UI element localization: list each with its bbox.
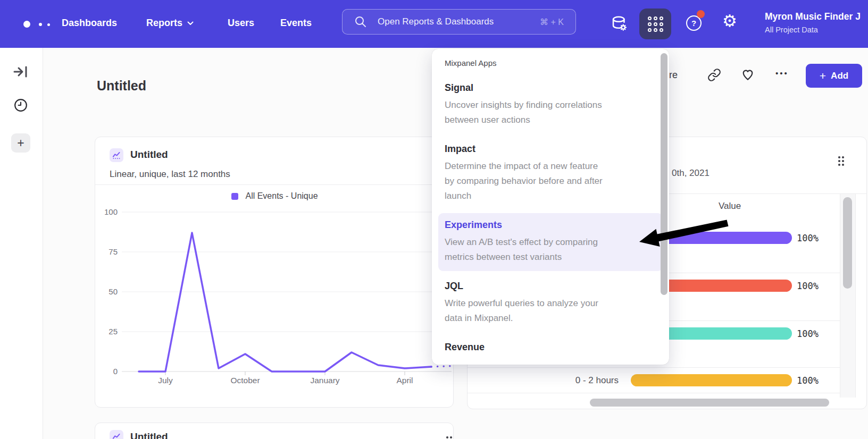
x-axis-tick-label: July — [158, 376, 173, 385]
nav-item-dashboards[interactable]: Dashboards — [62, 18, 117, 29]
nav-item-label: Users — [228, 18, 254, 29]
user-name: Myron Music Finder J — [765, 11, 861, 22]
nav-item-reports[interactable]: Reports — [146, 18, 194, 29]
add-button-label: Add — [831, 71, 848, 81]
value-percentage: 100% — [797, 328, 819, 339]
page-title[interactable]: Untitled — [97, 78, 146, 94]
menu-item-description: data in Mixpanel. — [445, 311, 656, 326]
menu-item-signal[interactable]: SignalUncover insights by finding correl… — [445, 82, 656, 128]
nav-item-users[interactable]: Users — [228, 18, 254, 29]
menu-item-title: Impact — [445, 143, 656, 155]
card-title[interactable]: Untitled — [130, 149, 168, 161]
search-input[interactable] — [377, 16, 540, 28]
drag-handle-icon[interactable] — [446, 436, 452, 439]
y-axis-tick-label: 25 — [108, 327, 118, 336]
divider — [468, 393, 840, 393]
more-options-ellipsis-icon[interactable]: ••• — [775, 69, 789, 78]
user-menu[interactable]: Myron Music Finder J All Project Data — [765, 11, 861, 34]
x-axis-tick-label: January — [310, 376, 339, 385]
dropdown-title: Mixpanel Apps — [445, 58, 656, 67]
left-rail: + — [0, 48, 43, 439]
menu-item-description: View an A/B test's effect by comparing — [445, 235, 656, 250]
menu-item-experiments[interactable]: ExperimentsView an A/B test's effect by … — [438, 213, 663, 271]
menu-item-description: between user actions — [445, 113, 656, 128]
settings-gear-icon[interactable]: ⚙ — [722, 13, 737, 29]
y-axis-tick-label: 100 — [105, 207, 118, 216]
plus-glyph: + — [17, 136, 24, 150]
legend-swatch-icon — [231, 193, 238, 200]
mixpanel-logo-icon[interactable] — [23, 20, 55, 29]
row-divider — [468, 367, 840, 368]
project-name: All Project Data — [765, 26, 861, 34]
recent-clock-icon[interactable] — [14, 98, 28, 112]
nav-item-events[interactable]: Events — [280, 18, 312, 29]
x-axis-tick-label: April — [396, 376, 413, 385]
help-button[interactable]: ? — [686, 15, 703, 32]
menu-item-title: Signal — [445, 82, 656, 94]
horizontal-scrollbar-thumb[interactable] — [590, 399, 829, 407]
apps-grid-button[interactable] — [639, 9, 671, 39]
clipped-toolbar-text: re — [669, 70, 678, 81]
drag-handle-icon[interactable] — [838, 156, 844, 166]
menu-item-title: Revenue — [445, 342, 656, 353]
chart-line-series — [139, 233, 431, 372]
search-shortcut: ⌘ + K — [540, 17, 564, 27]
add-button[interactable]: + Add — [806, 64, 862, 88]
value-percentage: 100% — [797, 375, 819, 386]
menu-item-description: by comparing behavior before and after — [445, 174, 656, 189]
expand-panel-icon[interactable] — [13, 65, 28, 79]
card-title[interactable]: Untitled — [130, 431, 168, 439]
plus-glyph: + — [820, 70, 826, 82]
value-percentage: 100% — [797, 281, 819, 291]
row-label: 0 - 2 hours — [480, 375, 619, 386]
apps-grid-icon — [648, 16, 663, 32]
x-axis-tick-label: October — [230, 376, 260, 385]
search-icon — [354, 15, 367, 28]
card-subtitle: Linear, unique, last 12 months — [110, 169, 230, 180]
app-window: Dashboards Reports Users Events ⌘ + K — [0, 0, 868, 439]
menu-item-description: metrics between test variants — [445, 250, 656, 265]
line-chart-plot: 0255075100JulyOctoberJanuaryApril — [105, 206, 453, 392]
divider — [95, 184, 454, 185]
top-navigation-bar: Dashboards Reports Users Events ⌘ + K — [0, 0, 868, 48]
menu-item-description: Uncover insights by finding correlations — [445, 98, 656, 113]
value-bar — [631, 374, 792, 386]
heart-icon[interactable] — [740, 67, 755, 82]
data-management-icon[interactable] — [610, 14, 629, 33]
chart-legend[interactable]: All Events - Unique — [95, 191, 454, 201]
menu-item-jql[interactable]: JQLWrite powerful queries to analyze you… — [445, 281, 656, 326]
menu-item-description: Write powerful queries to analyze your — [445, 296, 656, 311]
y-axis-tick-label: 0 — [113, 367, 118, 376]
mixpanel-apps-dropdown: Mixpanel Apps SignalUncover insights by … — [432, 49, 669, 365]
chart-line-incomplete-dotted — [431, 366, 453, 367]
menu-item-description: Determine the impact of a new feature — [445, 159, 656, 174]
y-axis-tick-label: 75 — [108, 247, 118, 256]
y-axis-tick-label: 50 — [108, 287, 118, 296]
menu-item-title: Experiments — [445, 220, 656, 231]
add-plus-icon[interactable]: + — [11, 133, 30, 153]
line-chart-icon — [110, 148, 123, 162]
menu-item-impact[interactable]: ImpactDetermine the impact of a new feat… — [445, 143, 656, 204]
line-chart-icon — [110, 430, 123, 439]
nav-item-label: Reports — [146, 18, 182, 29]
value-percentage: 100% — [797, 233, 819, 243]
dropdown-scrollbar-thumb[interactable] — [661, 53, 667, 295]
link-icon[interactable] — [707, 68, 721, 82]
insight-chart-card-bottom: Untitled — [95, 423, 454, 439]
value-column-header: Value — [719, 201, 741, 212]
notification-dot-icon — [697, 10, 705, 18]
nav-item-label: Dashboards — [62, 18, 117, 29]
global-search[interactable]: ⌘ + K — [342, 9, 576, 35]
menu-item-title: JQL — [445, 281, 656, 292]
chevron-down-icon — [187, 21, 194, 26]
nav-item-label: Events — [280, 18, 312, 29]
menu-item-description: launch — [445, 189, 656, 204]
vertical-scrollbar-thumb[interactable] — [843, 197, 852, 289]
insight-chart-card: Untitled Linear, unique, last 12 months … — [95, 137, 454, 408]
legend-label: All Events - Unique — [245, 191, 318, 201]
menu-item-revenue[interactable]: Revenue — [445, 342, 656, 353]
date-range-fragment: 0th, 2021 — [672, 168, 710, 179]
